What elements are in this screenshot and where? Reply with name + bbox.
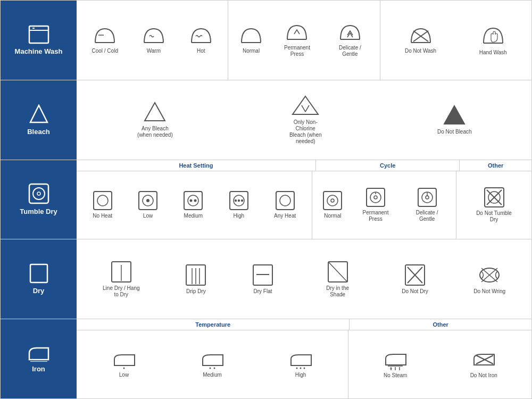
tumble-medium-label: Medium	[184, 213, 203, 219]
cool-cold-label: Cool / Cold	[92, 48, 118, 54]
dry-normal-icon	[322, 190, 343, 211]
iron-other-group: No Steam Do Not Iron	[348, 330, 531, 398]
dry-flat-label: Dry Flat	[254, 288, 272, 295]
svg-point-64	[123, 368, 125, 369]
iron-medium-icon	[200, 351, 225, 370]
tumble-high-item: High	[227, 189, 251, 220]
dry-flat-icon	[252, 264, 273, 286]
heat-setting-header: Heat Setting	[77, 160, 316, 171]
tumble-low-item: Low	[136, 189, 160, 220]
machine-wash-group-2: Normal Permanent Press	[228, 1, 380, 80]
tumble-dry-subheader: Heat Setting Cycle Other	[77, 160, 531, 171]
delicate-wash-item: Delicate / Gentle	[329, 21, 371, 59]
dry-flat-item: Dry Flat	[250, 263, 276, 296]
category-iron: Iron	[1, 319, 77, 398]
hot-label: Hot	[197, 48, 205, 54]
any-heat-label: Any Heat	[274, 213, 296, 219]
do-not-tumble-dry-icon	[484, 187, 505, 208]
no-heat-label: No Heat	[93, 213, 112, 219]
dry-delicate-label: Delicate / Gentle	[409, 210, 446, 222]
temperature-header: Temperature	[77, 319, 350, 330]
drip-dry-icon	[185, 264, 206, 286]
dry-normal-label: Normal	[324, 213, 341, 219]
svg-marker-8	[444, 106, 464, 124]
do-not-iron-item: Do Not Iron	[468, 349, 500, 380]
iron-low-label: Low	[119, 372, 129, 378]
any-heat-item: Any Heat	[272, 189, 298, 220]
dry-group-1: Line Dry / Hang to Dry Drip Dry	[77, 239, 531, 319]
category-machine-wash: Machine Wash	[1, 1, 77, 80]
tumble-high-label: High	[233, 213, 244, 219]
tumble-other-group: Do Not Tumble Dry	[456, 171, 531, 239]
svg-point-25	[241, 200, 243, 202]
svg-line-54	[328, 262, 347, 282]
iron-low-icon	[111, 351, 137, 370]
svg-marker-4	[145, 103, 165, 121]
machine-wash-icon	[28, 25, 49, 44]
machine-wash-label: Machine Wash	[15, 47, 63, 55]
do-not-wring-label: Do Not Wring	[473, 288, 505, 295]
svg-point-20	[194, 200, 197, 202]
do-not-dry-icon	[404, 264, 426, 286]
svg-rect-28	[323, 192, 342, 210]
dry-delicate-item: Delicate / Gentle	[406, 186, 448, 223]
perm-press-wash-item: Permanent Press	[276, 21, 318, 59]
dry-perm-icon	[365, 187, 386, 207]
svg-point-10	[33, 188, 45, 200]
svg-rect-31	[367, 188, 385, 206]
cycle-group: Normal Permanent Press	[312, 171, 456, 239]
any-heat-icon	[275, 190, 295, 211]
machine-wash-row: Machine Wash Cool / Cold	[1, 1, 531, 80]
svg-rect-9	[29, 184, 48, 203]
iron-icon	[27, 345, 51, 362]
normal-wash-item: Normal	[237, 24, 265, 55]
iron-subheader: Temperature Other	[77, 319, 531, 330]
do-not-wash-icon	[409, 26, 433, 46]
warm-icon	[142, 26, 165, 46]
iron-content: Temperature Other Low	[77, 319, 531, 398]
non-chlorine-bleach-icon	[291, 95, 320, 117]
do-not-tumble-dry-label: Do Not Tumble Dry	[476, 210, 513, 223]
no-heat-icon	[93, 190, 113, 211]
machine-wash-icons: Cool / Cold Warm	[77, 1, 531, 80]
iron-high-item: High	[286, 350, 315, 379]
no-heat-item: No Heat	[90, 189, 115, 220]
delicate-wash-icon	[338, 22, 362, 43]
line-dry-icon	[111, 261, 132, 283]
tumble-high-icon	[229, 190, 249, 211]
tumble-dry-icons: No Heat Low	[77, 171, 531, 239]
svg-rect-44	[30, 264, 47, 282]
svg-point-66	[210, 368, 211, 369]
dry-delicate-icon	[417, 187, 437, 207]
do-not-iron-label: Do Not Iron	[470, 372, 497, 379]
do-not-bleach-label: Do Not Bleach	[437, 129, 471, 135]
cool-cold-icon	[93, 26, 117, 46]
svg-rect-12	[94, 192, 112, 210]
svg-point-71	[304, 368, 305, 369]
dry-row: Dry Line Dry / Hang to Dry	[1, 239, 531, 319]
dry-normal-item: Normal	[320, 189, 345, 220]
bleach-icon	[29, 104, 48, 124]
line-dry-label: Line Dry / Hang to Dry	[103, 285, 140, 298]
do-not-dry-label: Do Not Dry	[402, 288, 428, 295]
hand-wash-label: Hand Wash	[479, 49, 507, 56]
tumble-dry-icon	[28, 183, 49, 204]
dry-shade-label: Dry in the Shade	[319, 285, 356, 298]
category-dry: Dry	[1, 239, 77, 319]
bleach-content: Any Bleach (when needed) Only Non-Chlori…	[77, 80, 531, 160]
svg-point-13	[97, 195, 108, 206]
line-dry-item: Line Dry / Hang to Dry	[101, 260, 142, 299]
drip-dry-label: Drip Dry	[186, 288, 206, 295]
other-header: Other	[460, 160, 531, 171]
svg-point-27	[280, 195, 290, 206]
non-chlorine-bleach-item: Only Non-Chlorine Bleach (when needed)	[285, 94, 326, 146]
do-not-tumble-dry-item: Do Not Tumble Dry	[473, 186, 515, 224]
hand-wash-icon	[481, 24, 505, 47]
iron-label: Iron	[32, 365, 45, 373]
hot-icon	[189, 26, 213, 46]
do-not-iron-icon	[471, 350, 496, 370]
svg-line-6	[302, 105, 305, 112]
iron-temp-group: Low Medium	[77, 330, 348, 398]
do-not-wash-label: Do Not Wash	[405, 48, 436, 54]
bleach-label: Bleach	[27, 128, 50, 136]
